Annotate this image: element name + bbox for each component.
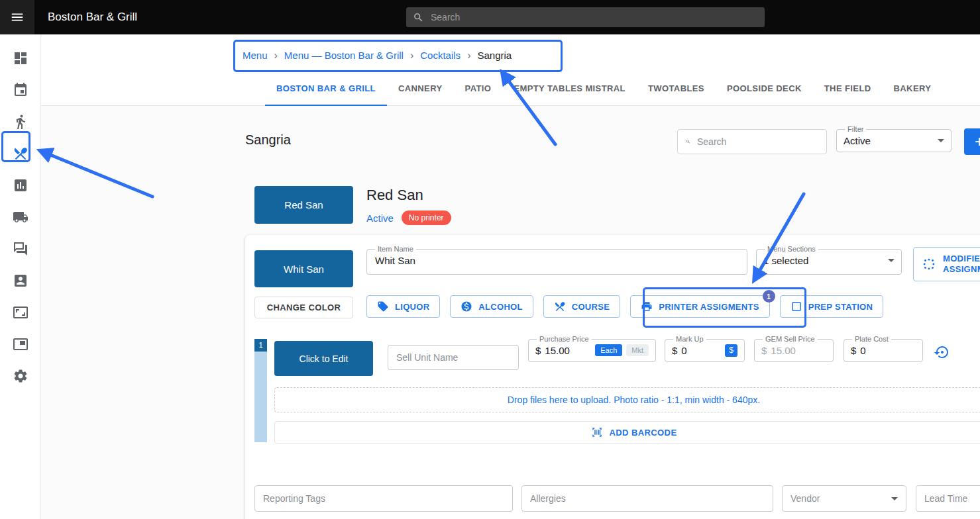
screen: Boston Bar & Grill Menu Menu — Boston Ba… — [0, 0, 980, 519]
sidebar-nav — [0, 34, 41, 519]
modifier-line1: MODIFIER — [943, 254, 980, 263]
location-tabs: BOSTON BAR & GRILL CANNERY PATIO EMPTY T… — [265, 71, 942, 106]
barcode-scan-icon — [591, 426, 603, 438]
mark-up-field[interactable]: Mark Up $ 0 $ — [665, 336, 745, 362]
tab-twotables[interactable]: TWOTABLES — [637, 71, 716, 106]
currency-sign: $ — [535, 345, 541, 356]
breadcrumb: Menu Menu — Boston Bar & Grill Cocktails… — [243, 50, 512, 61]
top-strip: Menu Menu — Boston Bar & Grill Cocktails… — [41, 34, 980, 106]
bar-chart-icon[interactable] — [13, 177, 28, 193]
click-to-edit-button[interactable]: Click to Edit — [274, 341, 373, 376]
menu-sections-select[interactable]: Menu Sections 1 selected — [756, 246, 902, 275]
contact-icon[interactable] — [13, 273, 28, 289]
page-title: Sangria — [245, 132, 291, 148]
form-color-swatch[interactable]: Whit San — [254, 250, 353, 287]
items-search[interactable] — [677, 129, 827, 154]
dollar-toggle-chip[interactable]: $ — [725, 344, 737, 357]
app-title: Boston Bar & Grill — [48, 11, 137, 24]
filter-value: Active — [844, 135, 871, 146]
global-search[interactable] — [406, 7, 765, 27]
add-barcode-button[interactable]: ADD BARCODE — [274, 421, 980, 444]
price-history-button[interactable] — [934, 344, 950, 360]
chat-icon[interactable] — [13, 241, 28, 257]
each-chip[interactable]: Each — [595, 344, 622, 356]
global-search-input[interactable] — [429, 11, 758, 23]
filter-select[interactable]: Filter Active — [836, 126, 952, 152]
purchase-price-field[interactable]: Purchase Price $ 15.00 Each Mkt — [528, 336, 656, 362]
modifier-line2: ASSIGNMENTS — [943, 264, 980, 274]
course-label: COURSE — [572, 302, 610, 312]
sell-unit-name-input[interactable] — [388, 345, 519, 370]
item-edit-card: Whit San Item Name Menu Sections 1 selec… — [245, 235, 980, 519]
chevron-right-icon — [274, 50, 278, 61]
items-search-input[interactable] — [696, 136, 818, 148]
display-icon[interactable] — [13, 305, 28, 320]
liquor-button[interactable]: LIQUOR — [366, 295, 440, 318]
mark-up-value[interactable]: 0 — [681, 345, 686, 356]
gem-sell-price-label: GEM Sell Price — [763, 336, 818, 343]
chevron-down-icon — [938, 139, 944, 142]
no-printer-badge: No printer — [402, 211, 451, 225]
tab-patio[interactable]: PATIO — [454, 71, 503, 106]
item-name-field[interactable]: Item Name — [366, 246, 747, 275]
add-item-button[interactable]: + — [964, 128, 980, 155]
truck-icon[interactable] — [13, 209, 28, 225]
plate-cost-value[interactable]: 0 — [860, 345, 865, 356]
vendor-select[interactable]: Vendor — [782, 485, 906, 512]
plate-cost-label: Plate Cost — [852, 336, 891, 343]
printer-assignments-button[interactable]: PRINTER ASSIGMENTS 1 — [630, 295, 770, 318]
calendar-icon[interactable] — [13, 82, 28, 98]
plate-cost-field[interactable]: Plate Cost $ 0 — [844, 336, 923, 362]
currency-sign: $ — [851, 345, 856, 356]
tab-the-field[interactable]: THE FIELD — [813, 71, 883, 106]
attribute-buttons-row: LIQUOR ALCOHOL COURSE PRINTER ASSIGMENTS… — [366, 295, 883, 318]
walking-icon[interactable] — [13, 114, 28, 130]
sell-unit-row-strip: 1 — [254, 339, 267, 442]
lead-time-input[interactable] — [916, 485, 980, 512]
hamburger-menu-button[interactable] — [0, 0, 34, 34]
row-number-badge: 1 — [254, 339, 267, 352]
vendor-label: Vendor — [790, 493, 820, 504]
item-color-swatch[interactable]: Red San — [254, 186, 353, 224]
gem-sell-price-value: 15.00 — [771, 345, 796, 356]
media-icon[interactable] — [13, 336, 28, 352]
tab-cannery[interactable]: CANNERY — [387, 71, 454, 106]
breadcrumb-cocktails[interactable]: Cocktails — [420, 50, 461, 61]
add-barcode-label: ADD BARCODE — [610, 428, 677, 438]
purchase-price-label: Purchase Price — [537, 336, 592, 343]
item-name-heading: Red San — [366, 187, 423, 204]
breadcrumb-menu[interactable]: Menu — [243, 50, 268, 61]
tab-poolside-deck[interactable]: POOLSIDE DECK — [716, 71, 813, 106]
chevron-down-icon — [888, 259, 895, 262]
settings-icon[interactable] — [13, 368, 28, 384]
menu-sections-value: 1 selected — [763, 255, 808, 266]
prep-station-button[interactable]: PREP STATION — [780, 295, 884, 318]
modifier-assignments-button[interactable]: MODIFIER ASSIGNMENTS — [913, 247, 980, 281]
restaurant-menu-icon[interactable] — [13, 146, 28, 162]
alcohol-button[interactable]: ALCOHOL — [450, 295, 533, 318]
allergies-input[interactable] — [521, 485, 773, 512]
tab-boston-bar-grill[interactable]: BOSTON BAR & GRILL — [265, 71, 387, 106]
course-button[interactable]: COURSE — [543, 295, 620, 318]
item-name-input[interactable] — [374, 254, 740, 267]
printer-icon — [641, 301, 653, 312]
purchase-price-value[interactable]: 15.00 — [545, 345, 570, 356]
dropzone-text: Drop files here to upload. Photo ratio -… — [508, 395, 760, 405]
item-name-label: Item Name — [375, 246, 416, 253]
menu-sections-label: Menu Sections — [765, 246, 818, 253]
liquor-label: LIQUOR — [395, 302, 429, 312]
file-dropzone[interactable]: Drop files here to upload. Photo ratio -… — [274, 387, 980, 412]
dashboard-icon[interactable] — [13, 50, 28, 66]
tab-bakery[interactable]: BAKERY — [883, 71, 943, 106]
mkt-chip[interactable]: Mkt — [626, 344, 649, 356]
search-icon — [413, 12, 424, 23]
reporting-tags-input[interactable] — [254, 485, 513, 512]
printer-assignments-label: PRINTER ASSIGMENTS — [659, 302, 759, 312]
history-restore-icon — [934, 344, 950, 360]
breadcrumb-menu-boston[interactable]: Menu — Boston Bar & Grill — [284, 50, 404, 61]
tab-empty-tables-mistral[interactable]: EMPTY TABLES MISTRAL — [502, 71, 637, 106]
item-status-row: Active No printer — [366, 211, 451, 225]
tag-icon — [377, 301, 389, 312]
main-content: Menu Menu — Boston Bar & Grill Cocktails… — [41, 34, 980, 519]
change-color-button[interactable]: CHANGE COLOR — [254, 297, 353, 318]
